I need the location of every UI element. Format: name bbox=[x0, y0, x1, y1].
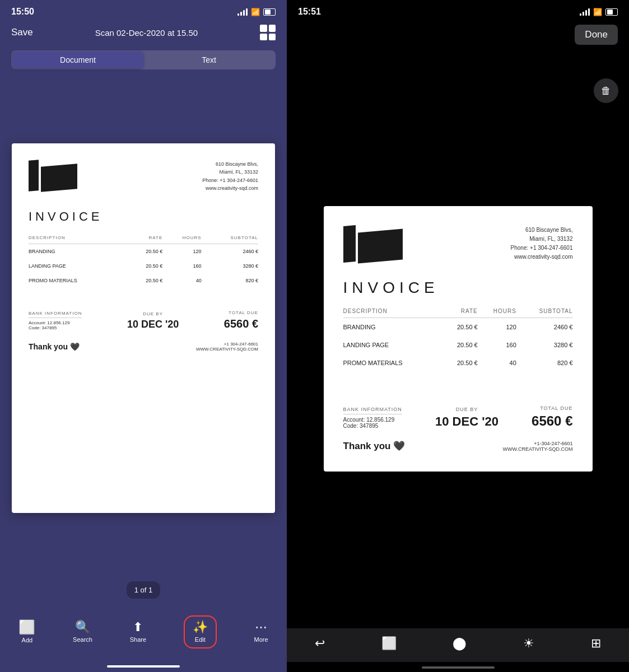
document-card-right: 610 Biscayne Blvs, Miami, FL, 33132 Phon… bbox=[324, 206, 593, 472]
trash-icon: 🗑 bbox=[601, 85, 611, 97]
bottom-toolbar-left: ⬜ Add 🔍 Search ⬆ Share ✨ Edit ⋯ More bbox=[0, 610, 287, 662]
segment-control: Document Text bbox=[11, 50, 276, 69]
document-viewer-right: 610 Biscayne Blvs, Miami, FL, 33132 Phon… bbox=[287, 49, 629, 628]
grid-filter-button[interactable]: ⊞ bbox=[591, 636, 601, 651]
total-section-left: TOTAL DUE 6560 € bbox=[224, 310, 258, 330]
home-indicator-left bbox=[107, 665, 180, 668]
thank-you-left: Thank you 🖤 +1 304-247-6601 WWW.CREATIVI… bbox=[29, 342, 258, 352]
logo-small-rect-r bbox=[343, 225, 356, 263]
right-panel: 15:51 📶 Done 🗑 bbox=[287, 0, 629, 672]
grid-filter-icon: ⊞ bbox=[591, 636, 601, 651]
battery-icon-right bbox=[605, 8, 618, 16]
segment-text[interactable]: Text bbox=[143, 52, 274, 68]
status-icons-left: 📶 bbox=[237, 8, 276, 16]
bank-section-left: BANK INFORMATION Account: 12.856.129 Cod… bbox=[29, 310, 258, 330]
color-button[interactable]: ⬤ bbox=[453, 636, 467, 651]
invoice-table-left: DESCRIPTION RATE HOURS SUBTOTAL BRANDING… bbox=[29, 235, 258, 288]
page-indicator: 1 of 1 bbox=[127, 581, 160, 599]
edit-button[interactable]: ✨ Edit bbox=[184, 615, 217, 648]
bottom-toolbar-right: ↩ ⬜ ⬤ ☀ ⊞ bbox=[287, 628, 629, 662]
crop-icon: ⬜ bbox=[381, 636, 397, 651]
total-section-right: TOTAL DUE 6560 € bbox=[532, 405, 572, 429]
table-row: PROMO MATERIALS 20.50 € 40 820 € bbox=[29, 273, 258, 288]
invoice-title-left: INVOICE bbox=[29, 209, 258, 224]
home-indicator-right bbox=[422, 666, 495, 669]
signal-icon bbox=[237, 8, 248, 16]
rotate-icon: ↩ bbox=[315, 636, 325, 651]
add-button[interactable]: ⬜ Add bbox=[18, 620, 35, 643]
invoice-header-left: 610 Biscayne Blvs, Miami, FL, 33132 Phon… bbox=[29, 160, 258, 193]
company-info-right: 610 Biscayne Blvs, Miami, FL, 33132 Phon… bbox=[511, 226, 573, 262]
time-left: 15:50 bbox=[11, 7, 34, 17]
rotate-button[interactable]: ↩ bbox=[315, 636, 325, 651]
time-right: 15:51 bbox=[298, 7, 321, 17]
save-button[interactable]: Save bbox=[11, 27, 33, 38]
invoice-title-right: INVOICE bbox=[343, 279, 573, 297]
table-row: LANDING PAGE 20.50 € 160 3280 € bbox=[29, 259, 258, 273]
more-icon: ⋯ bbox=[255, 621, 267, 633]
brightness-button[interactable]: ☀ bbox=[523, 636, 534, 651]
scan-title: Scan 02-Dec-2020 at 15.50 bbox=[95, 28, 198, 38]
bank-info-right: BANK INFORMATION Account: 12.856.129 Cod… bbox=[343, 407, 402, 429]
wifi-icon-right: 📶 bbox=[593, 8, 602, 16]
share-icon: ⬆ bbox=[133, 621, 143, 633]
logo-right bbox=[343, 226, 403, 262]
document-area: 610 Biscayne Blvs, Miami, FL, 33132 Phon… bbox=[0, 75, 287, 581]
document-card-left: 610 Biscayne Blvs, Miami, FL, 33132 Phon… bbox=[12, 143, 275, 513]
logo-left bbox=[29, 160, 77, 191]
grid-icon[interactable] bbox=[260, 25, 276, 40]
status-icons-right: 📶 bbox=[580, 8, 618, 16]
segment-document[interactable]: Document bbox=[12, 52, 143, 68]
share-button[interactable]: ⬆ Share bbox=[130, 621, 146, 643]
due-section-left: DUE BY 10 DEC '20 bbox=[127, 311, 179, 330]
wifi-icon: 📶 bbox=[251, 8, 260, 16]
signal-icon-right bbox=[580, 8, 590, 16]
header-left: Save Scan 02-Dec-2020 at 15.50 bbox=[0, 20, 287, 45]
brightness-icon: ☀ bbox=[523, 636, 534, 651]
company-info-left: 610 Biscayne Blvs, Miami, FL, 33132 Phon… bbox=[202, 160, 258, 193]
bank-section-right: BANK INFORMATION Account: 12.856.129 Cod… bbox=[343, 405, 573, 429]
header-right: Done bbox=[287, 20, 629, 49]
contact-info-left: +1 304-247-6601 WWW.CREATIVITY-SQD.COM bbox=[196, 342, 258, 352]
logo-large-rect-r bbox=[358, 229, 403, 264]
battery-icon bbox=[263, 8, 276, 16]
due-section-right: DUE BY 10 DEC '20 bbox=[435, 407, 498, 429]
add-icon: ⬜ bbox=[18, 620, 35, 634]
table-row: PROMO MATERIALS 20.50 € 40 820 € bbox=[343, 354, 573, 372]
color-icon: ⬤ bbox=[453, 636, 467, 651]
logo-large-rect bbox=[41, 164, 77, 192]
status-bar-left: 15:50 📶 bbox=[0, 0, 287, 20]
table-row: BRANDING 20.50 € 120 2460 € bbox=[343, 318, 573, 337]
crop-button[interactable]: ⬜ bbox=[381, 636, 397, 651]
bank-info-left: BANK INFORMATION Account: 12.856.129 Cod… bbox=[29, 311, 82, 330]
edit-icon: ✨ bbox=[193, 621, 208, 633]
more-button[interactable]: ⋯ More bbox=[254, 621, 268, 643]
trash-button[interactable]: 🗑 bbox=[594, 78, 618, 103]
thank-you-right: Thank you 🖤 +1-304-247-6601 WWW.CREATIVI… bbox=[343, 440, 573, 452]
table-row: LANDING PAGE 20.50 € 160 3280 € bbox=[343, 336, 573, 354]
done-button[interactable]: Done bbox=[575, 25, 618, 45]
left-panel: 15:50 📶 Save Scan 02-Dec-2020 at 15.50 D… bbox=[0, 0, 287, 672]
invoice-header-right: 610 Biscayne Blvs, Miami, FL, 33132 Phon… bbox=[343, 226, 573, 262]
search-button[interactable]: 🔍 Search bbox=[73, 621, 92, 643]
contact-info-right: +1-304-247-6601 WWW.CREATIVITY-SQD.COM bbox=[503, 441, 573, 452]
search-icon: 🔍 bbox=[75, 621, 90, 633]
logo-small-rect bbox=[29, 160, 39, 192]
status-bar-right: 15:51 📶 bbox=[287, 0, 629, 20]
table-row: BRANDING 20.50 € 120 2460 € bbox=[29, 244, 258, 259]
invoice-table-right: DESCRIPTION RATE HOURS SUBTOTAL BRANDING… bbox=[343, 308, 573, 372]
